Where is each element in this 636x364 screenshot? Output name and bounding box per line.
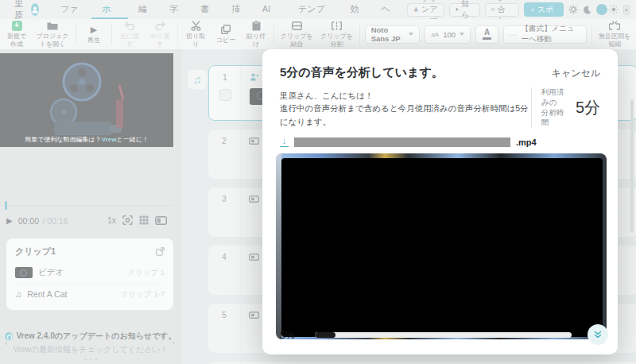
- video-edge: [276, 153, 281, 339]
- minimize-modal-button[interactable]: [588, 324, 608, 345]
- double-chevron-down-icon: [593, 330, 603, 339]
- redacted-filename: [294, 137, 510, 147]
- audio-analysis-modal: 5分の音声を分析しています。 キャンセル 里原さん、こんにちは！ 進行中の音声分…: [262, 49, 618, 354]
- progress-bar: [315, 332, 572, 338]
- analysis-progress: 5%: [280, 324, 608, 345]
- progress-fill: [315, 332, 335, 338]
- usage-stat: 利用済みの分析時間 5分: [531, 87, 600, 128]
- download-icon[interactable]: ↓: [280, 137, 289, 147]
- greeting-text: 里原さん、こんにちは！ 進行中の音声分析まで含めると今月使用済みの音声分析時間は…: [280, 89, 531, 128]
- redacted-video-area: [281, 158, 603, 337]
- app-window: 里原 ファイル ホーム 編集 字幕 書式 挿入 AI音声 テンプレート 効果 ヘ…: [0, 0, 636, 364]
- file-row: ↓ .mp4: [280, 137, 600, 147]
- analyzing-video-thumbnail: [276, 153, 607, 339]
- cancel-button[interactable]: キャンセル: [552, 67, 600, 80]
- usage-value: 5分: [576, 97, 600, 118]
- modal-title: 5分の音声を分析しています。: [280, 65, 444, 80]
- file-extension: .mp4: [516, 137, 537, 147]
- progress-percent-label: 5%: [280, 329, 304, 341]
